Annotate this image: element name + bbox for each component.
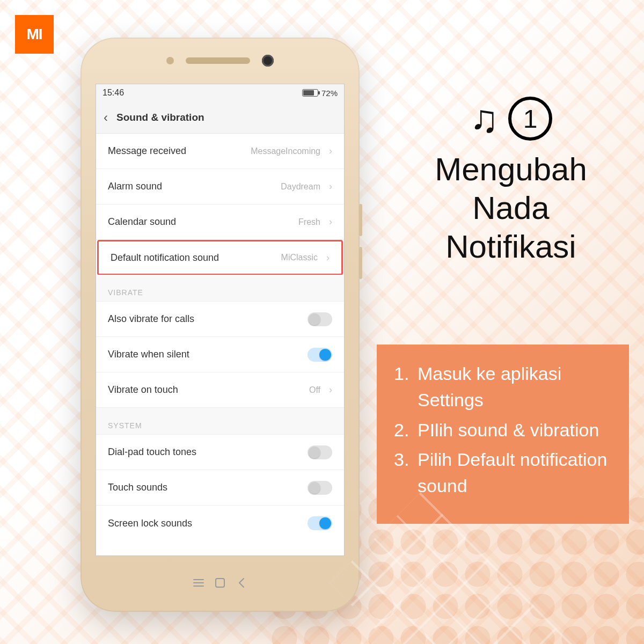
row-default-notification-sound[interactable]: Default notification sound MiClassic › <box>97 240 343 275</box>
front-camera-icon <box>262 55 274 67</box>
nav-back-button[interactable] <box>231 572 252 594</box>
proximity-sensor-icon <box>166 57 174 64</box>
instruction-number: 1. <box>394 361 412 414</box>
side-heading: Mengubah Nada Notifikasi <box>435 150 587 266</box>
phone-frame: 15:46 72% ‹ Sound & vibration Message re… <box>80 38 360 612</box>
instruction-item: 3. Pilih Default notification sound <box>394 447 612 500</box>
back-button[interactable]: ‹ <box>104 111 108 124</box>
battery-icon <box>302 89 318 97</box>
row-label: Screen lock sounds <box>108 518 302 529</box>
row-vibrate-on-touch[interactable]: Vibrate on touch Off › <box>96 372 344 408</box>
instruction-text: Pilih Default notification sound <box>418 447 612 500</box>
section-header-system: SYSTEM <box>96 408 344 435</box>
nav-recent-button[interactable] <box>188 572 209 594</box>
row-value: Off <box>309 385 320 395</box>
status-battery: 72% <box>302 89 338 98</box>
battery-percent: 72% <box>321 89 338 98</box>
heading-icons: ♫ 1 <box>470 97 552 141</box>
instruction-number: 3. <box>394 447 412 500</box>
chevron-right-icon: › <box>329 384 332 396</box>
instructions-panel: 1. Masuk ke aplikasi Settings 2. PIlih s… <box>377 345 629 524</box>
row-touch-sounds[interactable]: Touch sounds <box>96 470 344 506</box>
android-nav-bar <box>188 556 252 610</box>
phone-top <box>80 38 360 84</box>
earpiece-speaker-icon <box>186 57 250 64</box>
instruction-item: 2. PIlih sound & vibration <box>394 417 612 443</box>
instruction-number: 2. <box>394 417 412 443</box>
toggle-switch[interactable] <box>308 481 332 495</box>
row-label: Alarm sound <box>108 181 275 192</box>
chevron-right-icon: › <box>326 252 330 264</box>
chevron-right-icon: › <box>329 181 332 192</box>
row-label: Vibrate when silent <box>108 349 302 360</box>
status-time: 15:46 <box>103 88 124 98</box>
svg-rect-0 <box>216 579 224 587</box>
title-bar: ‹ Sound & vibration <box>96 101 344 134</box>
toggle-switch[interactable] <box>308 516 332 530</box>
row-label: Calendar sound <box>108 216 293 228</box>
chevron-right-icon: › <box>329 145 332 157</box>
toggle-switch[interactable] <box>308 445 332 459</box>
status-bar: 15:46 72% <box>96 84 344 101</box>
step-number-badge: 1 <box>508 97 552 141</box>
mi-logo: MI <box>15 15 54 54</box>
toggle-switch[interactable] <box>308 312 332 326</box>
row-alarm-sound[interactable]: Alarm sound Daydream › <box>96 169 344 204</box>
row-screen-lock-sounds[interactable]: Screen lock sounds <box>96 506 344 541</box>
row-label: Vibrate on touch <box>108 384 304 396</box>
music-notes-icon: ♫ <box>470 99 499 138</box>
chevron-right-icon: › <box>329 216 332 228</box>
row-label: Touch sounds <box>108 482 302 493</box>
row-vibrate-when-silent[interactable]: Vibrate when silent <box>96 337 344 372</box>
row-value: MessageIncoming <box>251 147 320 156</box>
settings-list: Message received MessageIncoming › Alarm… <box>96 134 344 555</box>
toggle-switch[interactable] <box>308 348 332 362</box>
nav-home-button[interactable] <box>209 572 231 594</box>
row-label: Also vibrate for calls <box>108 313 302 325</box>
instruction-text: PIlih sound & vibration <box>418 417 599 443</box>
row-label: Dial-pad touch tones <box>108 447 302 458</box>
mi-logo-text: MI <box>26 26 42 43</box>
row-message-received[interactable]: Message received MessageIncoming › <box>96 134 344 169</box>
step-number: 1 <box>523 104 538 134</box>
side-panel: ♫ 1 Mengubah Nada Notifikasi <box>393 97 629 281</box>
instruction-item: 1. Masuk ke aplikasi Settings <box>394 361 612 414</box>
row-label: Message received <box>108 145 245 157</box>
phone-screen: 15:46 72% ‹ Sound & vibration Message re… <box>96 84 345 556</box>
row-value: Fresh <box>298 217 320 227</box>
row-dial-pad-touch-tones[interactable]: Dial-pad touch tones <box>96 435 344 470</box>
row-also-vibrate-for-calls[interactable]: Also vibrate for calls <box>96 302 344 337</box>
row-label: Default notification sound <box>111 252 276 264</box>
section-header-vibrate: VIBRATE <box>96 275 344 302</box>
instruction-text: Masuk ke aplikasi Settings <box>418 361 612 414</box>
row-value: MiClassic <box>281 253 318 262</box>
page-title: Sound & vibration <box>116 112 204 123</box>
row-calendar-sound[interactable]: Calendar sound Fresh › <box>96 204 344 240</box>
row-value: Daydream <box>281 182 320 192</box>
